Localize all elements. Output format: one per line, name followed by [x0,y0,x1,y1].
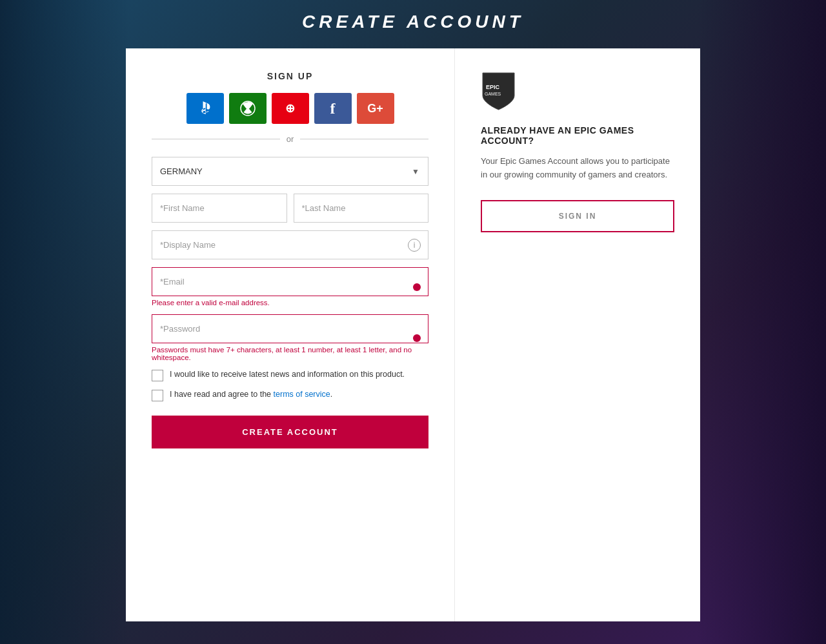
page-title: CREATE ACCOUNT [0,12,826,32]
password-input[interactable] [152,314,428,343]
signup-panel: SIGN UP ⊕ f G+ [126,48,455,621]
signup-heading: SIGN UP [152,71,428,81]
email-error-message: Please enter a valid e-mail address. [152,299,428,307]
main-card: SIGN UP ⊕ f G+ [126,48,700,621]
or-divider: or [152,134,428,144]
email-input[interactable] [152,267,428,296]
epic-games-logo: EPIC GAMES [481,71,516,111]
first-name-input[interactable] [152,194,287,223]
tos-checkbox-row: I have read and agree to the terms of se… [152,389,428,401]
create-account-button[interactable]: CREATE ACCOUNT [152,416,428,448]
password-error-dot [413,334,421,342]
email-error-dot [413,283,421,291]
signin-panel: EPIC GAMES ALREADY HAVE AN EPIC GAMES AC… [455,48,700,621]
name-row [152,194,428,223]
country-field: GERMANY UNITED STATES UNITED KINGDOM FRA… [152,157,428,186]
bg-right-overlay [697,0,826,644]
display-name-input[interactable] [152,230,428,259]
password-field-wrapper: Passwords must have 7+ characters, at le… [152,314,428,361]
tos-link[interactable]: terms of service [274,390,330,399]
or-label: or [287,134,294,144]
google-button[interactable]: G+ [357,93,394,124]
first-name-field [152,194,287,223]
news-checkbox-label: I would like to receive latest news and … [170,369,405,381]
tos-label-pre: I have read and agree to the [170,390,274,399]
bg-left-overlay [0,0,129,644]
already-title: ALREADY HAVE AN EPIC GAMES ACCOUNT? [481,125,674,146]
tos-checkbox-label: I have read and agree to the terms of se… [170,389,332,401]
or-line-right [300,139,428,139]
last-name-field [294,194,429,223]
password-error-message: Passwords must have 7+ characters, at le… [152,346,428,361]
tos-label-post: . [330,390,332,399]
facebook-button[interactable]: f [314,93,352,124]
svg-text:EPIC: EPIC [486,84,500,90]
sign-in-button[interactable]: SIGN IN [481,200,674,232]
display-name-field: i [152,230,428,259]
nintendo-button[interactable]: ⊕ [272,93,309,124]
svg-text:GAMES: GAMES [485,92,501,96]
already-desc: Your Epic Games Account allows you to pa… [481,155,674,182]
social-buttons-row: ⊕ f G+ [152,93,428,124]
country-select[interactable]: GERMANY UNITED STATES UNITED KINGDOM FRA… [152,157,428,186]
tos-checkbox[interactable] [152,390,163,401]
playstation-button[interactable] [186,93,224,124]
email-field-wrapper: Please enter a valid e-mail address. [152,267,428,307]
last-name-input[interactable] [294,194,429,223]
or-line-left [152,139,280,139]
news-checkbox[interactable] [152,370,163,381]
xbox-button[interactable] [229,93,267,124]
display-name-info-icon[interactable]: i [408,239,421,252]
news-checkbox-row: I would like to receive latest news and … [152,369,428,381]
